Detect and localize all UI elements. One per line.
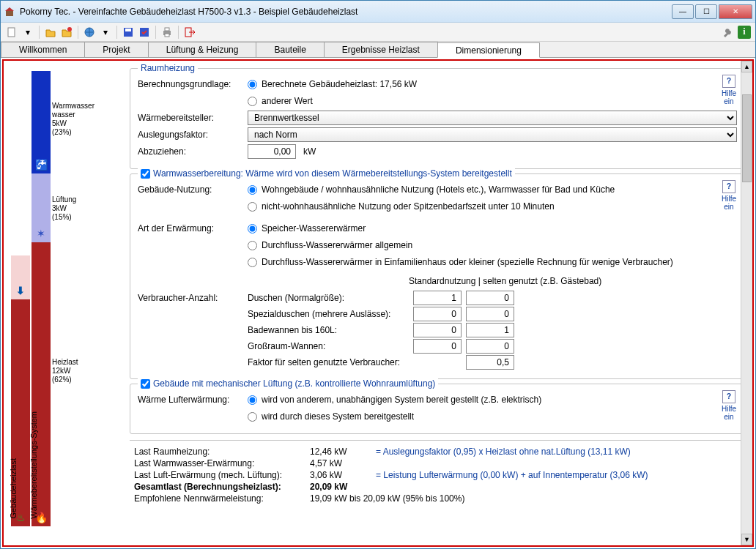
help-ww[interactable]: ?Hilfe ein xyxy=(718,180,740,211)
close-button[interactable]: ✕ xyxy=(719,4,752,19)
seg-h-val: 12kW xyxy=(52,367,71,375)
gross-selten-input[interactable] xyxy=(466,339,514,354)
art-efh-radio[interactable] xyxy=(248,258,257,267)
duschen-selten-input[interactable] xyxy=(466,291,514,305)
spezial-std-input[interactable] xyxy=(413,307,462,321)
window-controls: — ☐ ✕ xyxy=(672,4,752,19)
basis-other-radio[interactable] xyxy=(248,97,257,106)
arrow-down-icon: ⬇ xyxy=(16,285,25,299)
tab-willkommen[interactable]: Willkommen xyxy=(1,42,85,57)
consumer-header: Standardnutzung | selten genutzt (z.B. G… xyxy=(248,276,737,286)
scroll-up-button[interactable]: ▲ xyxy=(741,61,752,72)
provider-select[interactable]: Brennwertkessel xyxy=(248,111,737,125)
r2-label: Last Warmwasser-Erwärmung: xyxy=(134,458,310,468)
spezial-selten-input[interactable] xyxy=(466,307,514,321)
art-label: Art der Erwärmung: xyxy=(138,223,248,234)
bad-std-input[interactable] xyxy=(413,323,462,337)
open-remote-icon[interactable] xyxy=(60,26,73,39)
ww-legend: Warmwasserbereitung: Wärme wird von dies… xyxy=(138,168,515,179)
gross-std-input[interactable] xyxy=(413,339,462,354)
window-title: Pokorny Tec. - Vereinfachte Gebäudeheizl… xyxy=(20,7,672,17)
nutzung-nichtwohn-radio[interactable] xyxy=(248,202,257,212)
duschen-std-input[interactable] xyxy=(413,291,462,305)
ww-enable-checkbox[interactable] xyxy=(141,169,150,179)
anzahl-label: Verbraucher-Anzahl: xyxy=(138,293,248,303)
r3-form: = Leistung Lufterwärmung (0,00 kW) + auf… xyxy=(376,470,745,480)
spezialduschen-label: Spezialduschen (mehrere Auslässe): xyxy=(138,309,413,319)
raumheizung-group: Raumheizung ?Hilfe ein Berechnungsgrundl… xyxy=(130,68,745,169)
app-icon xyxy=(4,6,15,18)
building-load-label: Gebäudeheizlast xyxy=(9,458,18,519)
bar-seg-ww: 🚰 xyxy=(32,71,51,173)
subtract-label: Abzuziehen: xyxy=(138,146,248,157)
art-speicher-radio[interactable] xyxy=(248,224,257,234)
luft-label: Wärme Lufterwärmung: xyxy=(138,395,248,405)
svg-rect-6 xyxy=(125,29,131,31)
print-icon[interactable] xyxy=(160,26,174,39)
tab-projekt[interactable]: Projekt xyxy=(84,42,148,57)
help-lueftung[interactable]: ?Hilfe ein xyxy=(718,390,740,421)
open-folder-icon[interactable] xyxy=(44,26,57,39)
luft-diesem-radio[interactable] xyxy=(248,412,257,422)
seg-l-pct: (15%) xyxy=(52,213,72,221)
faktor-label: Faktor für selten genutzte Verbraucher: xyxy=(138,357,413,367)
toolbar-separator xyxy=(155,26,156,39)
seg-l-val: 3kW xyxy=(52,204,67,212)
faktor-input[interactable] xyxy=(466,355,514,370)
duschen-label: Duschen (Normalgröße): xyxy=(248,293,413,303)
vertical-scrollbar[interactable]: ▲ ▼ xyxy=(741,61,752,545)
segment-labels: Warmwasser wasser 5kW (23%) Lüftung 3kW … xyxy=(52,65,96,541)
globe-icon[interactable] xyxy=(83,26,96,39)
help-text: Hilfe ein xyxy=(722,195,736,211)
bad-selten-input[interactable] xyxy=(466,323,514,337)
bar-seg-lueftung: ✶ xyxy=(32,173,51,242)
wrench-icon[interactable] xyxy=(722,26,735,39)
r2-val: 4,57 kW xyxy=(310,458,376,468)
check-save-icon[interactable] xyxy=(138,26,151,39)
bar-seg-upper: ⬇ xyxy=(11,255,30,299)
basis-calc-radio[interactable] xyxy=(248,80,257,89)
scroll-thumb[interactable] xyxy=(742,94,752,182)
minimize-button[interactable]: — xyxy=(672,4,694,19)
tab-dimensionierung[interactable]: Dimensionierung xyxy=(437,42,540,58)
factor-select[interactable]: nach Norm xyxy=(248,127,737,142)
scroll-down-button[interactable]: ▼ xyxy=(741,534,752,545)
badewannen-label: Badewannen bis 160L: xyxy=(138,325,413,335)
tap-icon: 🚰 xyxy=(35,159,48,173)
help-raumheizung[interactable]: ?Hilfe ein xyxy=(718,75,740,105)
seg-l-name: Lüftung xyxy=(52,195,76,203)
seg-label-heizlast: Heizlast 12kW (62%) xyxy=(52,358,78,384)
lueftung-enable-checkbox[interactable] xyxy=(141,379,150,389)
save-icon[interactable] xyxy=(122,26,135,39)
luft-anderem-radio[interactable] xyxy=(248,395,257,405)
r5-val: 19,09 kW bis 20,09 kW (95% bis 100%) xyxy=(310,493,464,504)
art-durchfluss-radio[interactable] xyxy=(248,241,257,250)
basis-other-label: anderer Wert xyxy=(262,96,313,106)
warmwasser-group: Warmwasserbereitung: Wärme wird von dies… xyxy=(130,173,745,379)
new-folder-icon[interactable]: ▾ xyxy=(21,26,34,39)
factor-label: Auslegungsfaktor: xyxy=(138,130,248,140)
building-load-bar: Gebäudeheizlast ⬇ ♨ xyxy=(11,65,30,526)
tab-bauteile[interactable]: Bauteile xyxy=(256,42,324,57)
exit-icon[interactable] xyxy=(183,26,196,39)
nutzung-nichtwohn-label: nicht-wohnhausähnliche Nutzung oder Spit… xyxy=(262,201,555,212)
globe-dropdown-icon[interactable]: ▾ xyxy=(99,26,112,39)
r1-form: = Auslegungsfaktor (0,95) x Heizlast ohn… xyxy=(376,447,745,457)
nutzung-wohn-radio[interactable] xyxy=(248,185,257,195)
help-text: Hilfe ein xyxy=(722,89,736,105)
info-icon[interactable]: i xyxy=(738,26,751,39)
tab-lueftung-heizung[interactable]: Lüftung & Heizung xyxy=(148,42,257,57)
tab-ergebnisse[interactable]: Ergebnisse Heizlast xyxy=(324,42,438,57)
svg-rect-2 xyxy=(8,28,15,37)
scroll-track[interactable] xyxy=(741,183,752,534)
nutzung-label: Gebäude-Nutzung: xyxy=(138,184,248,195)
subtract-input[interactable] xyxy=(248,144,296,159)
r1-label: Last Raumheizung: xyxy=(134,447,310,457)
load-bars-panel: Gebäudeheizlast ⬇ ♨ Wärmebereitstellungs… xyxy=(4,61,130,545)
new-file-icon[interactable] xyxy=(5,26,18,39)
provider-label: Wärmebereitsteller: xyxy=(138,113,248,123)
grossraum-label: Großraum-Wannen: xyxy=(138,341,413,351)
lueftung-group: Gebäude mit mechanischer Lüftung (z.B. k… xyxy=(130,384,745,434)
seg-ww-val: 5kW xyxy=(52,119,67,127)
maximize-button[interactable]: ☐ xyxy=(695,4,717,19)
